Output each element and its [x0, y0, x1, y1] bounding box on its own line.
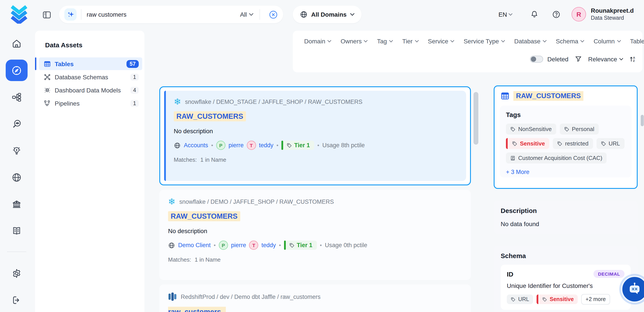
owner-link[interactable]: teddy — [262, 242, 276, 248]
deleted-label: Deleted — [547, 55, 568, 62]
app-window: All All Domains EN — [0, 0, 644, 312]
filter-column[interactable]: Column — [594, 38, 621, 45]
help-icon[interactable] — [552, 10, 561, 19]
filter-tag[interactable]: Tag — [377, 38, 393, 45]
sort-direction-icon[interactable]: A Z — [629, 55, 636, 62]
owner-link[interactable]: pierre — [228, 142, 244, 148]
home-icon[interactable] — [12, 38, 22, 49]
clear-search-icon[interactable] — [269, 10, 278, 19]
column-name: ID — [507, 270, 513, 278]
tag-chip[interactable]: URL — [507, 294, 533, 304]
explore-icon[interactable] — [6, 60, 28, 81]
tag-chip[interactable]: NonSensitive — [506, 124, 556, 134]
owner-avatar[interactable]: T — [249, 241, 258, 250]
chevron-down-icon — [509, 13, 513, 16]
owner-link[interactable]: pierre — [231, 242, 246, 248]
breadcrumb[interactable]: snowflake / DEMO_STAGE / JAFFLE_SHOP / R… — [185, 98, 362, 105]
insights-icon[interactable] — [12, 145, 22, 156]
search-input[interactable] — [86, 11, 240, 19]
chevron-down-icon — [328, 40, 332, 43]
filter-service[interactable]: Service — [428, 38, 454, 45]
observability-icon[interactable] — [12, 119, 22, 129]
owner-avatar[interactable]: P — [219, 241, 228, 250]
filter-domain[interactable]: Domain — [304, 38, 332, 45]
domain-link[interactable]: Demo Client — [178, 242, 211, 248]
tag-chip[interactable]: URL — [596, 138, 624, 149]
asset-filter-pipelines[interactable]: Pipelines 1 — [39, 97, 142, 110]
result-description: No description — [174, 127, 458, 134]
schema-section: Schema ID DECIMAL Unique Identifier for … — [494, 246, 638, 312]
owner-link[interactable]: teddy — [259, 142, 273, 148]
tier-badge[interactable]: Tier 1 — [282, 141, 314, 150]
domain-link[interactable]: Accounts — [184, 142, 208, 148]
result-title-link[interactable]: RAW_CUSTOMERS — [174, 111, 246, 121]
sort-select[interactable]: Relevance — [588, 55, 623, 62]
chevron-down-icon — [350, 13, 354, 16]
tag-chip[interactable]: Personal — [560, 124, 599, 134]
tag-chip[interactable]: restricted — [553, 138, 593, 149]
result-card[interactable]: ❄ snowflake / DEMO / JAFFLE_SHOP / RAW_C… — [159, 190, 471, 280]
asset-filter-dashboard-data-models[interactable]: Dashboard Data Models 4 — [39, 84, 142, 96]
page-scrollbar-thumb[interactable] — [641, 115, 644, 126]
user-info[interactable]: Rounakpreet.d Data Steward — [591, 7, 634, 22]
tag-chip-sensitive[interactable]: Sensitive — [506, 138, 549, 149]
chevron-down-icon — [249, 13, 254, 16]
more-tags-link[interactable]: + 3 More — [506, 169, 626, 175]
owner-avatar[interactable]: T — [246, 141, 256, 150]
owner-avatar[interactable]: P — [216, 141, 226, 150]
settings-gear-icon[interactable] — [12, 268, 22, 279]
chevron-down-icon — [617, 40, 621, 43]
filter-database[interactable]: Database — [514, 38, 546, 45]
breadcrumb[interactable]: RedshiftProd / dev / Demo dbt Jaffle / r… — [181, 293, 320, 300]
filter-tier[interactable]: Tier — [402, 38, 418, 45]
chevron-down-icon — [389, 40, 393, 43]
result-card[interactable]: RedshiftProd / dev / Demo dbt Jaffle / r… — [159, 284, 471, 312]
tag-chip-sensitive[interactable]: Sensitive — [536, 294, 578, 304]
tier-badge[interactable]: Tier 1 — [284, 241, 317, 250]
notifications-bell-icon[interactable] — [530, 10, 539, 19]
user-avatar[interactable]: R — [572, 7, 586, 22]
result-card-selected[interactable]: ❄ snowflake / DEMO_STAGE / JAFFLE_SHOP /… — [159, 86, 471, 185]
search-scope-select[interactable]: All — [240, 11, 254, 18]
deleted-toggle[interactable] — [530, 55, 543, 62]
search-divider — [81, 9, 82, 20]
schema-column-card[interactable]: ID DECIMAL Unique Identifier for Custome… — [501, 265, 631, 310]
results-scrollbar-thumb[interactable] — [474, 92, 478, 145]
more-tags-chip[interactable]: +2 more — [581, 294, 610, 304]
tags-section: Tags NonSensitive Personal Sensitive res… — [500, 106, 632, 178]
language-select[interactable]: EN — [498, 11, 513, 18]
logout-icon[interactable] — [12, 295, 22, 305]
result-title-link[interactable]: RAW_CUSTOMERS — [168, 211, 240, 221]
preview-entity-title-link[interactable]: RAW_CUSTOMERS — [513, 91, 584, 101]
chevron-down-icon — [580, 40, 584, 43]
pipeline-icon — [43, 100, 51, 106]
sidebar-toggle-icon[interactable] — [42, 11, 51, 19]
glossary-term-chip[interactable]: Customer Acquisition Cost (CAC) — [506, 152, 606, 164]
domain-globe-icon — [168, 242, 175, 249]
ai-sparkle-icon[interactable] — [64, 8, 76, 21]
filter-schema[interactable]: Schema — [556, 38, 584, 45]
matches-info: Matches:1 in Name — [174, 157, 458, 163]
filter-service-type[interactable]: Service Type — [464, 38, 505, 45]
all-domains-button[interactable]: All Domains — [293, 6, 362, 23]
domains-globe-icon[interactable] — [12, 172, 22, 183]
snowflake-service-icon: ❄ — [168, 197, 176, 206]
global-search-bar[interactable]: All — [59, 6, 283, 23]
filter-owners[interactable]: Owners — [341, 38, 368, 45]
svg-text:A: A — [633, 56, 635, 59]
app-logo-icon[interactable] — [9, 5, 29, 24]
asset-filter-tables[interactable]: Tables 57 — [39, 57, 142, 70]
breadcrumb[interactable]: snowflake / DEMO / JAFFLE_SHOP / RAW_CUS… — [180, 198, 334, 205]
lineage-icon[interactable] — [12, 92, 22, 103]
chevron-down-icon — [543, 40, 546, 43]
govern-bank-icon[interactable] — [12, 199, 22, 209]
chevron-down-icon — [501, 40, 505, 43]
filter-table-type[interactable]: Table Type — [630, 38, 644, 45]
result-title-link[interactable]: raw_customers — [168, 307, 226, 312]
glossary-book-icon[interactable] — [12, 226, 22, 236]
filter-funnel-icon[interactable] — [575, 55, 582, 63]
asset-count-badge: 1 — [130, 100, 139, 107]
entity-preview-panel: RAW_CUSTOMERS Tags NonSensitive Personal… — [494, 85, 638, 189]
asset-filter-database-schemas[interactable]: Database Schemas 1 — [39, 71, 142, 83]
asset-filter-label: Pipelines — [55, 100, 130, 107]
